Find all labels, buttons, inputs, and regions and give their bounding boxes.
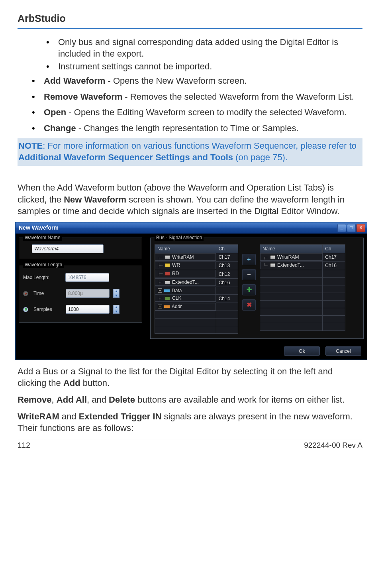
cell: Ch14 (216, 294, 238, 303)
row-icon (165, 263, 170, 267)
inner-bullet-0: Only bus and signal corresponding data a… (46, 36, 362, 60)
row-icon (270, 263, 275, 267)
src-row-rd[interactable]: ├┈RDCh12 (155, 270, 238, 278)
p3b2: Add All (57, 395, 87, 405)
src-row-wr[interactable]: ├┈WRCh13 (155, 262, 238, 270)
add-button[interactable]: + (242, 254, 256, 265)
text: - Removes the selected Waveform from the… (122, 92, 354, 102)
tgt-row-writeram[interactable]: ┌┈WriteRAMCh17 (260, 253, 345, 262)
p4b2: Extended Trigger IN (79, 411, 162, 421)
cell: WriteRAM (277, 254, 299, 260)
delete-button[interactable]: ✖ (242, 299, 256, 311)
samples-input[interactable] (66, 305, 110, 314)
cell: WriteRAM (172, 254, 194, 260)
bus-icon (164, 289, 170, 292)
p3t2: , and (87, 395, 109, 405)
waveform-name-legend: Waveform Name (23, 234, 62, 241)
cell: RD (172, 270, 179, 277)
maximize-button[interactable]: □ (347, 224, 356, 232)
close-button[interactable]: × (356, 224, 365, 232)
src-row-empty (155, 318, 238, 326)
cancel-button[interactable]: Cancel (325, 346, 361, 356)
src-row-addr[interactable]: +Addr (155, 303, 238, 311)
max-length-row: Max Length: (23, 273, 138, 282)
col-name[interactable]: Name (260, 245, 323, 253)
src-row-writeram[interactable]: ┌┈WriteRAMCh17 (155, 253, 238, 262)
waveform-name-fieldset: Waveform Name (19, 238, 142, 259)
time-radio[interactable] (23, 291, 28, 296)
samples-stepper[interactable]: ▲▼ (113, 305, 119, 314)
col-ch[interactable]: Ch (216, 245, 238, 253)
target-grid[interactable]: Name Ch ┌┈WriteRAMCh17 └┈ExtendedT...Ch1… (260, 244, 345, 331)
note-box: NOTE: For more information on various fu… (18, 138, 362, 166)
src-row-empty (155, 311, 238, 318)
titlebar[interactable]: New Waveform _ □ × (16, 222, 367, 234)
time-stepper: ▲▼ (113, 289, 119, 298)
waveform-name-input[interactable] (32, 244, 104, 253)
cell: Ch16 (323, 262, 345, 270)
src-row-clk[interactable]: ├┈CLKCh14 (155, 294, 238, 303)
remove-button[interactable]: − (242, 269, 256, 280)
title-underline (18, 28, 362, 29)
dialog-body: Waveform Name Waveform Length Max Length… (16, 234, 367, 343)
dialog-title: New Waveform (19, 224, 59, 232)
text: - Opens the Editing Waveform screen to m… (66, 107, 347, 117)
para2-b: button. (80, 378, 110, 388)
max-length-input[interactable] (65, 273, 109, 282)
tgt-row-empty (260, 293, 345, 300)
tgt-row-empty (260, 315, 345, 323)
samples-radio[interactable] (23, 307, 28, 312)
src-row-data[interactable]: +Data (155, 287, 238, 294)
tgt-row-empty (260, 300, 345, 308)
p4t1: and (59, 411, 79, 421)
bold: Add Waveform (44, 76, 105, 86)
cell: ExtendedT... (172, 279, 199, 285)
inner-bullets: Only bus and signal corresponding data a… (46, 36, 362, 73)
max-length-label: Max Length: (23, 274, 60, 281)
outer-bullet-open: Open - Opens the Editing Waveform screen… (32, 106, 362, 118)
minimize-button[interactable]: _ (337, 224, 346, 232)
src-row-extended[interactable]: ├┈ExtendedT...Ch16 (155, 278, 238, 287)
cell: Data (172, 287, 182, 294)
left-column: Waveform Name Waveform Length Max Length… (19, 238, 142, 339)
expand-icon[interactable]: + (158, 288, 162, 293)
source-grid[interactable]: Name Ch ┌┈WriteRAMCh17 ├┈WRCh13 ├┈RDCh12… (155, 244, 238, 334)
bold: Change (44, 123, 76, 133)
text: - Changes the length representation to T… (76, 123, 299, 133)
tgt-row-empty (260, 277, 345, 285)
window-buttons: _ □ × (337, 224, 365, 232)
expand-icon[interactable]: + (158, 305, 162, 309)
cell: Ch12 (216, 270, 238, 278)
note-bold: Additional Waveform Sequencer Settings a… (18, 152, 233, 162)
waveform-length-fieldset: Waveform Length Max Length: Time ▲▼ Samp… (19, 265, 142, 323)
cell: Ch17 (216, 253, 238, 262)
row-icon (270, 255, 275, 259)
time-row: Time ▲▼ (23, 289, 138, 298)
para-3: Remove, Add All, and Delete buttons are … (18, 394, 362, 406)
src-row-empty (155, 326, 238, 333)
tgt-row-empty (260, 285, 345, 293)
note-body1: : For more information on various functi… (43, 141, 356, 151)
new-waveform-dialog-wrap: New Waveform _ □ × Waveform Name Wavefor… (15, 222, 362, 360)
col-ch[interactable]: Ch (323, 245, 345, 253)
page-title: ArbStudio (18, 12, 362, 26)
ok-button[interactable]: Ok (284, 346, 320, 356)
outer-bullet-remove-waveform: Remove Waveform - Removes the selected W… (32, 91, 362, 103)
tgt-row-extended[interactable]: └┈ExtendedT...Ch16 (260, 262, 345, 270)
footer-right: 922244-00 Rev A (304, 440, 362, 450)
outer-bullet-change: Change - Changes the length representati… (32, 122, 362, 134)
right-column: Bus - Signal selection Name Ch ┌┈WriteRA… (150, 238, 364, 339)
samples-label: Samples (33, 306, 62, 313)
row-icon (165, 280, 170, 284)
p3t3: buttons are available and work for items… (135, 395, 345, 405)
col-name[interactable]: Name (155, 245, 216, 253)
time-input (66, 289, 110, 298)
waveform-length-legend: Waveform Length (23, 262, 64, 268)
bold: Open (44, 107, 66, 117)
cell: WR (172, 262, 180, 268)
text: - Opens the New Waveform screen. (105, 76, 247, 86)
para2-bold: Add (63, 378, 80, 388)
add-all-button[interactable]: ✚ (242, 284, 256, 295)
bus-inner: Name Ch ┌┈WriteRAMCh17 ├┈WRCh13 ├┈RDCh12… (155, 244, 359, 334)
inner-bullet-1: Instrument settings cannot be imported. (46, 61, 362, 73)
